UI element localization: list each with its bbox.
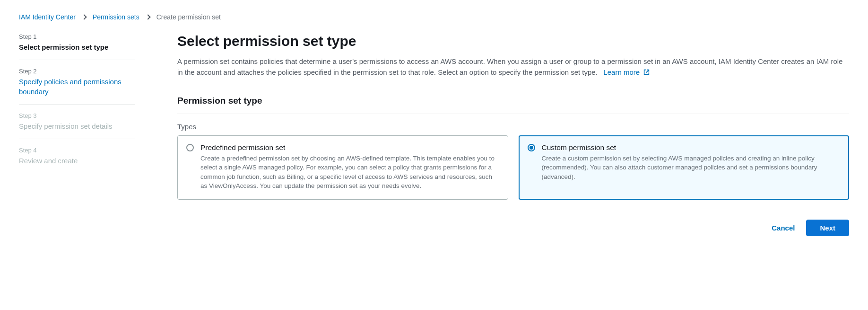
breadcrumb-permission-sets[interactable]: Permission sets [93, 13, 139, 21]
permission-set-type-options: Predefined permission set Create a prede… [177, 135, 849, 200]
next-button[interactable]: Next [806, 220, 849, 236]
wizard-step-1: Step 1 Select permission set type [19, 33, 135, 60]
chevron-right-icon [145, 14, 150, 19]
wizard-step-2[interactable]: Step 2 Specify policies and permissions … [19, 68, 135, 105]
option-title: Custom permission set [542, 143, 841, 152]
option-description: Create a custom permission set by select… [542, 154, 841, 182]
wizard-step-title: Review and create [19, 156, 135, 166]
types-label: Types [177, 123, 849, 131]
wizard-step-4: Step 4 Review and create [19, 147, 135, 173]
learn-more-link[interactable]: Learn more [603, 68, 650, 76]
wizard-step-title: Specify permission set details [19, 121, 135, 131]
section-heading-permission-set-type: Permission set type [177, 96, 849, 114]
wizard-step-title: Specify policies and permissions boundar… [19, 77, 135, 97]
cancel-button[interactable]: Cancel [770, 220, 797, 236]
option-predefined-permission-set[interactable]: Predefined permission set Create a prede… [177, 135, 508, 200]
intro-paragraph: A permission set contains policies that … [177, 56, 849, 79]
page-title: Select permission set type [177, 33, 849, 49]
option-custom-permission-set[interactable]: Custom permission set Create a custom pe… [519, 135, 850, 200]
wizard-footer: Cancel Next [177, 220, 849, 236]
wizard-step-title: Select permission set type [19, 42, 135, 52]
wizard-step-number: Step 2 [19, 68, 135, 75]
wizard-steps-sidebar: Step 1 Select permission set type Step 2… [19, 33, 135, 236]
radio-icon [186, 144, 194, 151]
wizard-step-3: Step 3 Specify permission set details [19, 112, 135, 139]
intro-text: A permission set contains policies that … [177, 57, 842, 76]
main-content: Select permission set type A permission … [177, 33, 849, 236]
wizard-step-number: Step 4 [19, 147, 135, 154]
wizard-step-number: Step 1 [19, 33, 135, 40]
option-title: Predefined permission set [200, 143, 499, 152]
wizard-step-number: Step 3 [19, 112, 135, 119]
breadcrumb: IAM Identity Center Permission sets Crea… [19, 13, 849, 21]
breadcrumb-current: Create permission set [156, 13, 221, 21]
radio-icon [528, 144, 535, 151]
option-description: Create a predefined permission set by ch… [200, 154, 499, 191]
external-link-icon [643, 67, 650, 78]
chevron-right-icon [81, 14, 87, 19]
breadcrumb-iam-identity-center[interactable]: IAM Identity Center [19, 13, 76, 21]
